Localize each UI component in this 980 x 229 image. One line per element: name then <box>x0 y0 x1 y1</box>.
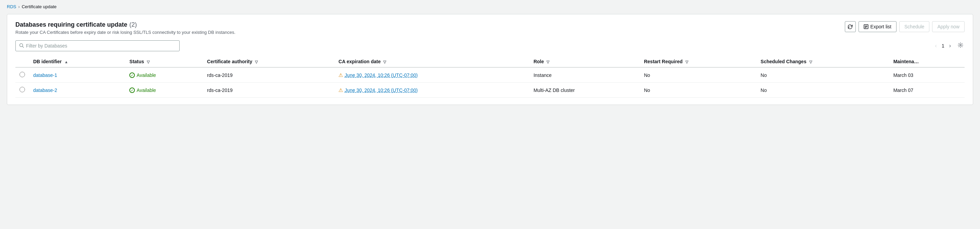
pagination-row: ‹ 1 › <box>933 41 965 51</box>
col-db-identifier[interactable]: DB identifier ▲ <box>29 56 125 67</box>
breadcrumb-rds-link[interactable]: RDS <box>7 4 16 9</box>
breadcrumb-separator: › <box>18 5 19 9</box>
schedule-button[interactable]: Schedule <box>899 21 929 32</box>
row-restart-required: No <box>640 67 757 83</box>
table-row: database-2 ✓ Available rds-ca-2019 ⚠ Jun… <box>15 83 965 98</box>
row-radio-1[interactable] <box>19 87 25 92</box>
row-scheduled-changes: No <box>757 83 889 98</box>
row-radio-0[interactable] <box>19 72 25 77</box>
export-list-button[interactable]: Export list <box>859 21 897 32</box>
warning-icon: ⚠ <box>339 72 343 78</box>
col-cert-authority[interactable]: Certificate authority ▽ <box>203 56 334 67</box>
search-container <box>15 40 180 51</box>
databases-table: DB identifier ▲ Status ▽ Certificate aut… <box>15 56 965 98</box>
row-role: Instance <box>529 67 640 83</box>
row-cert-authority: rds-ca-2019 <box>203 67 334 83</box>
warning-date: ⚠ June 30, 2024, 10:26 (UTC-07:00) <box>339 87 417 93</box>
current-page: 1 <box>940 43 946 49</box>
breadcrumb: RDS › Certificate update <box>7 4 973 9</box>
row-maintenance: March 07 <box>889 83 965 98</box>
table-row: database-1 ✓ Available rds-ca-2019 ⚠ Jun… <box>15 67 965 83</box>
header-title: Databases requiring certificate update (… <box>15 21 235 28</box>
table-settings-button[interactable] <box>956 41 965 51</box>
export-list-label: Export list <box>870 24 891 29</box>
db-link-database-1[interactable]: database-1 <box>33 73 57 78</box>
header-actions: Export list Schedule Apply now <box>845 21 965 32</box>
refresh-button[interactable] <box>845 21 856 32</box>
sort-icon-status: ▽ <box>147 60 150 64</box>
expiration-date-link[interactable]: June 30, 2024, 10:26 (UTC-07:00) <box>345 87 417 93</box>
header-row: Databases requiring certificate update (… <box>15 21 965 35</box>
sort-icon-scheduled-changes: ▽ <box>809 60 812 64</box>
status-text: Available <box>137 87 156 93</box>
prev-icon: ‹ <box>935 43 937 49</box>
status-badge: ✓ Available <box>129 73 156 78</box>
row-select-cell[interactable] <box>15 83 29 98</box>
row-scheduled-changes: No <box>757 67 889 83</box>
status-check-icon: ✓ <box>129 87 135 93</box>
row-db-identifier: database-2 <box>29 83 125 98</box>
status-text: Available <box>137 73 156 78</box>
row-cert-authority: rds-ca-2019 <box>203 83 334 98</box>
search-icon <box>19 43 24 49</box>
row-status: ✓ Available <box>125 83 203 98</box>
schedule-label: Schedule <box>904 24 924 29</box>
row-select-cell[interactable] <box>15 67 29 83</box>
col-restart-required[interactable]: Restart Required ▽ <box>640 56 757 67</box>
row-db-identifier: database-1 <box>29 67 125 83</box>
next-icon: › <box>949 43 951 49</box>
db-link-database-2[interactable]: database-2 <box>33 87 57 93</box>
header-count: (2) <box>129 21 137 28</box>
row-maintenance: March 03 <box>889 67 965 83</box>
warning-icon: ⚠ <box>339 87 343 93</box>
row-restart-required: No <box>640 83 757 98</box>
apply-now-label: Apply now <box>937 24 959 29</box>
svg-line-5 <box>22 46 24 47</box>
sort-icon-restart-required: ▽ <box>686 60 688 64</box>
expiration-date-link[interactable]: June 30, 2024, 10:26 (UTC-07:00) <box>345 73 417 78</box>
apply-now-button[interactable]: Apply now <box>932 21 965 32</box>
breadcrumb-current: Certificate update <box>22 4 56 9</box>
header-title-text: Databases requiring certificate update <box>15 21 127 28</box>
search-row: ‹ 1 › <box>15 40 965 51</box>
row-role: Multi-AZ DB cluster <box>529 83 640 98</box>
sort-icon-cert-authority: ▽ <box>255 60 258 64</box>
svg-point-6 <box>960 44 961 46</box>
search-input[interactable] <box>26 43 176 49</box>
status-check-icon: ✓ <box>129 73 135 78</box>
sort-icon-ca-expiration: ▽ <box>383 60 386 64</box>
prev-page-button[interactable]: ‹ <box>933 42 939 50</box>
col-ca-expiration[interactable]: CA expiration date ▽ <box>334 56 529 67</box>
col-role[interactable]: Role ▽ <box>529 56 640 67</box>
col-maintenance[interactable]: Maintena… <box>889 56 965 67</box>
header-subtitle: Rotate your CA Certificates before expir… <box>15 30 235 35</box>
table-header-row: DB identifier ▲ Status ▽ Certificate aut… <box>15 56 965 67</box>
sort-icon-role: ▽ <box>546 60 549 64</box>
row-ca-expiration: ⚠ June 30, 2024, 10:26 (UTC-07:00) <box>334 67 529 83</box>
next-page-button[interactable]: › <box>947 42 953 50</box>
warning-date: ⚠ June 30, 2024, 10:26 (UTC-07:00) <box>339 72 417 78</box>
main-panel: Databases requiring certificate update (… <box>7 14 973 105</box>
col-status[interactable]: Status ▽ <box>125 56 203 67</box>
status-badge: ✓ Available <box>129 87 156 93</box>
row-ca-expiration: ⚠ June 30, 2024, 10:26 (UTC-07:00) <box>334 83 529 98</box>
col-select <box>15 56 29 67</box>
row-status: ✓ Available <box>125 67 203 83</box>
sort-icon-db-identifier: ▲ <box>64 60 68 64</box>
header-left: Databases requiring certificate update (… <box>15 21 235 35</box>
col-scheduled-changes[interactable]: Scheduled Changes ▽ <box>757 56 889 67</box>
